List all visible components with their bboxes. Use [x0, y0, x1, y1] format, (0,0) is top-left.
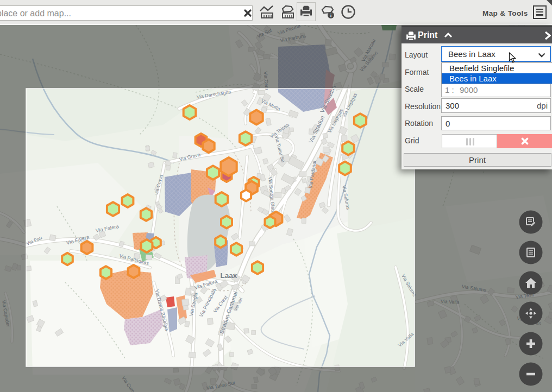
svg-text:Laax: Laax — [221, 271, 237, 280]
